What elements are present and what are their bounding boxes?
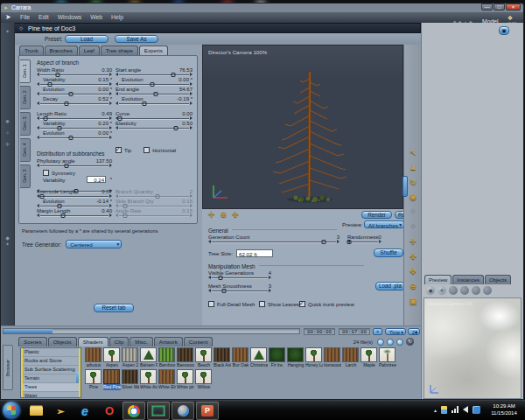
tool-icon[interactable]: ✧ bbox=[5, 130, 10, 136]
category-item[interactable]: Sub Surface Scattering bbox=[21, 366, 80, 374]
save-as-button[interactable]: Save As bbox=[115, 35, 158, 43]
slider-row[interactable]: Decay0.52 * bbox=[37, 96, 112, 106]
right-panel-tab[interactable]: Instances bbox=[452, 275, 484, 284]
slider-row[interactable]: Evolution0.00 * bbox=[116, 77, 192, 87]
browser-tab[interactable]: Scenes bbox=[18, 337, 47, 346]
generation-tab[interactable]: Gen. 4 bbox=[20, 138, 31, 162]
shader-item[interactable]: Silver Ma. bbox=[122, 369, 139, 390]
camera-label[interactable]: Director's Camera 100% bbox=[208, 49, 267, 55]
dolly-camera-icon[interactable]: ✜ bbox=[410, 252, 416, 261]
shader-thumbnail[interactable] bbox=[305, 347, 322, 362]
shader-thumbnail[interactable] bbox=[177, 369, 193, 384]
orbit-camera-icon[interactable]: ⊕ bbox=[410, 282, 416, 290]
shuffle-button[interactable]: Shuffle bbox=[374, 248, 403, 257]
slider-row[interactable]: Evolution0.00 * bbox=[37, 130, 112, 140]
slider-track[interactable] bbox=[347, 240, 382, 244]
right-panel-tab[interactable]: Preview bbox=[424, 275, 452, 284]
editor-tab[interactable]: Trunk bbox=[19, 46, 44, 55]
active-tool-icon[interactable]: ❖ bbox=[508, 15, 513, 22]
load-preset-button[interactable]: Load bbox=[65, 35, 108, 43]
slider-row[interactable]: Phyllotaxy angle137.50 bbox=[37, 158, 112, 168]
slider-row[interactable]: Variability0.15 * bbox=[37, 77, 112, 87]
checkbox[interactable] bbox=[259, 301, 265, 307]
slider-track[interactable] bbox=[37, 136, 112, 140]
explorer-icon[interactable] bbox=[24, 402, 47, 420]
menu-item[interactable]: Web bbox=[90, 14, 102, 20]
render-preview-image[interactable]: Director's Camera 100 bbox=[424, 298, 522, 399]
slider-handle[interactable] bbox=[61, 214, 66, 218]
slider-handle[interactable] bbox=[322, 240, 326, 244]
shader-thumbnail[interactable] bbox=[158, 347, 175, 362]
checkbox[interactable] bbox=[299, 301, 305, 307]
shader-thumbnail[interactable] bbox=[379, 347, 396, 362]
editor-tab[interactable]: Leaf bbox=[79, 46, 100, 55]
generation-tab[interactable]: Gen. 1 bbox=[20, 60, 31, 83]
slider-track[interactable] bbox=[208, 240, 340, 244]
slider-handle[interactable] bbox=[143, 102, 147, 106]
slider-row[interactable]: Generation Count3 bbox=[208, 234, 340, 244]
menu-item[interactable]: Edit bbox=[38, 14, 49, 20]
slider-handle[interactable] bbox=[173, 126, 178, 130]
checkbox-row[interactable]: Quick trunk preview bbox=[299, 299, 354, 309]
shader-item[interactable]: White pin. bbox=[177, 369, 194, 390]
category-item[interactable]: Terrain bbox=[21, 374, 80, 383]
preview-mode-dropdown[interactable]: All branches bbox=[364, 220, 403, 228]
browser-tab[interactable]: Artwork bbox=[154, 337, 183, 346]
slider-track[interactable] bbox=[208, 276, 271, 280]
slider-row[interactable]: Margin Length0.40 bbox=[37, 208, 112, 218]
category-item[interactable]: Trees bbox=[21, 383, 80, 392]
panel-corner-button[interactable]: ▣ bbox=[499, 26, 509, 35]
preview-option-icon[interactable] bbox=[472, 286, 480, 295]
viewport[interactable]: Director's Camera 100% bbox=[202, 45, 403, 209]
slider-row[interactable]: Length Ratio0.49 bbox=[37, 111, 112, 121]
category-item[interactable]: Rocks and Stone bbox=[21, 357, 80, 366]
shader-thumbnail[interactable] bbox=[214, 347, 230, 362]
slider-handle[interactable] bbox=[222, 289, 227, 293]
shader-item[interactable]: Palmtree bbox=[379, 347, 396, 368]
checkbox[interactable] bbox=[43, 170, 49, 176]
shader-thumbnail[interactable] bbox=[177, 347, 193, 362]
shader-thumbnail[interactable] bbox=[232, 347, 248, 362]
checkbox[interactable] bbox=[144, 147, 150, 153]
timeline-scrubber[interactable] bbox=[3, 328, 300, 334]
slider-track[interactable] bbox=[116, 126, 192, 130]
slider-track[interactable] bbox=[37, 214, 112, 218]
shader-item[interactable]: Larch bbox=[342, 347, 360, 368]
generation-tab[interactable]: Gen. 2 bbox=[20, 86, 31, 109]
browser-tab[interactable]: Objects bbox=[48, 337, 77, 346]
shader-thumbnail[interactable] bbox=[360, 347, 377, 362]
slider-row[interactable]: Internode Length0.07 bbox=[37, 189, 112, 199]
translate-gizmo-icon[interactable]: ✛ bbox=[208, 210, 215, 219]
slider-row[interactable]: Evolution-0.14 * bbox=[37, 199, 112, 208]
menu-item[interactable]: Help bbox=[111, 14, 123, 20]
shader-thumbnail[interactable] bbox=[85, 347, 102, 362]
variability-input-row[interactable]: Variability 0.24 * bbox=[37, 178, 112, 187]
reset-tab-button[interactable]: Reset tab bbox=[94, 304, 134, 312]
shader-item[interactable]: Aspen bbox=[103, 347, 121, 368]
target-tool-icon[interactable]: ❖ bbox=[410, 222, 416, 231]
shader-item[interactable]: Black Ash bbox=[214, 347, 231, 368]
browser-tab[interactable]: Clip bbox=[109, 337, 130, 346]
menu-item[interactable]: Windows bbox=[58, 14, 82, 20]
view-medium-icon[interactable] bbox=[387, 339, 394, 346]
slider-track[interactable] bbox=[208, 289, 271, 293]
shader-thumbnail[interactable] bbox=[85, 369, 102, 384]
shader-item[interactable]: Basswoo. bbox=[177, 347, 194, 368]
action-center-icon[interactable] bbox=[441, 406, 447, 414]
checkbox-row[interactable]: Full-Detail Mesh bbox=[208, 299, 259, 309]
tray-expand-icon[interactable]: ▴ bbox=[434, 407, 437, 413]
browser-tab[interactable]: Content bbox=[184, 337, 214, 346]
editor-tab[interactable]: Experts bbox=[139, 46, 168, 55]
shader-thumbnail[interactable] bbox=[287, 347, 304, 362]
shader-item[interactable]: Ironwood bbox=[324, 347, 341, 368]
timeline-close-icon[interactable]: × bbox=[373, 328, 382, 335]
tree-generator-dropdown[interactable]: Centered bbox=[66, 240, 122, 248]
browser-tab[interactable]: Misc. bbox=[130, 337, 152, 346]
wrench-icon[interactable]: ❖ bbox=[5, 118, 10, 124]
reset-button[interactable]: Reset bbox=[395, 211, 403, 219]
time-start-field[interactable]: 00:00:00 bbox=[304, 328, 335, 335]
shader-item[interactable]: Fir tre. bbox=[269, 347, 286, 368]
timeline-progress[interactable] bbox=[4, 329, 52, 333]
checkbox-row[interactable]: Tip bbox=[116, 146, 131, 154]
shader-item[interactable]: Beech bbox=[195, 347, 213, 368]
